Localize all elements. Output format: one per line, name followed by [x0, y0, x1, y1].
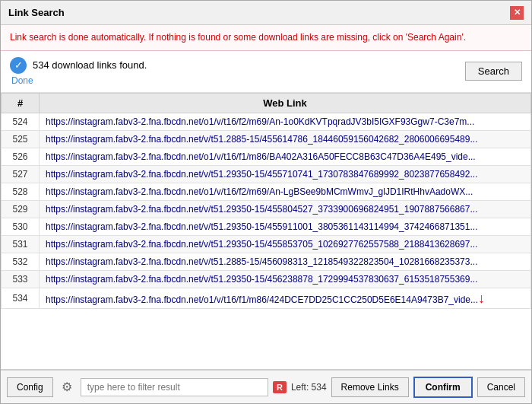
done-label: Done	[11, 75, 33, 86]
table-row[interactable]: 531https://instagram.fabv3-2.fna.fbcdn.n…	[2, 235, 531, 253]
close-button[interactable]: ✕	[510, 6, 524, 20]
table-row[interactable]: 534https://instagram.fabv3-2.fna.fbcdn.n…	[2, 288, 531, 308]
table-row[interactable]: 528https://instagram.fabv3-2.fna.fbcdn.n…	[2, 183, 531, 200]
col-header-num: #	[2, 93, 40, 113]
row-url: https://instagram.fabv3-2.fna.fbcdn.net/…	[40, 113, 531, 130]
bottom-bar: Config ⚙ R Left: 534 Remove Links Confir…	[1, 370, 531, 403]
row-num: 524	[2, 113, 40, 130]
cancel-button[interactable]: Cancel	[477, 377, 525, 397]
search-button[interactable]: Search	[465, 62, 522, 81]
status-left: ✓ 534 download links found. Done	[10, 57, 147, 86]
row-num: 534	[2, 288, 40, 308]
links-found-text: 534 download links found.	[33, 59, 147, 71]
table-row[interactable]: 525https://instagram.fabv3-2.fna.fbcdn.n…	[2, 130, 531, 148]
row-num: 527	[2, 165, 40, 183]
table-row[interactable]: 527https://instagram.fabv3-2.fna.fbcdn.n…	[2, 165, 531, 183]
table-row[interactable]: 524https://instagram.fabv3-2.fna.fbcdn.n…	[2, 113, 531, 130]
row-num: 526	[2, 148, 40, 165]
dialog-title: Link Search	[8, 7, 65, 18]
table-header-row: # Web Link	[2, 93, 531, 113]
check-icon: ✓	[10, 57, 27, 74]
info-bar: Link search is done automatically. If no…	[1, 25, 531, 51]
r-badge: R	[273, 381, 287, 393]
left-count: Left: 534	[291, 382, 327, 393]
config-button[interactable]: Config	[7, 377, 53, 397]
row-num: 530	[2, 218, 40, 235]
info-message: Link search is done automatically. If no…	[10, 32, 466, 43]
table-row[interactable]: 532https://instagram.fabv3-2.fna.fbcdn.n…	[2, 253, 531, 270]
links-table: # Web Link 524https://instagram.fabv3-2.…	[1, 93, 531, 309]
row-num: 529	[2, 200, 40, 218]
gear-icon: ⚙	[58, 378, 76, 396]
confirm-button[interactable]: Confirm	[413, 377, 473, 398]
row-url: https://instagram.fabv3-2.fna.fbcdn.net/…	[40, 148, 531, 165]
status-inline: ✓ 534 download links found.	[10, 57, 147, 74]
filter-input[interactable]	[81, 378, 268, 396]
row-url: https://instagram.fabv3-2.fna.fbcdn.net/…	[40, 253, 531, 270]
row-url: https://instagram.fabv3-2.fna.fbcdn.net/…	[40, 130, 531, 148]
row-num: 533	[2, 270, 40, 288]
table-row[interactable]: 526https://instagram.fabv3-2.fna.fbcdn.n…	[2, 148, 531, 165]
table-row[interactable]: 529https://instagram.fabv3-2.fna.fbcdn.n…	[2, 200, 531, 218]
row-url: https://instagram.fabv3-2.fna.fbcdn.net/…	[40, 218, 531, 235]
down-arrow-icon: ↓	[478, 291, 485, 305]
row-url: https://instagram.fabv3-2.fna.fbcdn.net/…	[40, 288, 531, 308]
row-num: 531	[2, 235, 40, 253]
row-num: 525	[2, 130, 40, 148]
row-url: https://instagram.fabv3-2.fna.fbcdn.net/…	[40, 183, 531, 200]
link-search-dialog: Link Search ✕ Link search is done automa…	[0, 0, 532, 404]
table-row[interactable]: 530https://instagram.fabv3-2.fna.fbcdn.n…	[2, 218, 531, 235]
row-url: https://instagram.fabv3-2.fna.fbcdn.net/…	[40, 200, 531, 218]
row-url: https://instagram.fabv3-2.fna.fbcdn.net/…	[40, 270, 531, 288]
remove-links-button[interactable]: Remove Links	[331, 377, 409, 397]
row-num: 528	[2, 183, 40, 200]
title-bar: Link Search ✕	[1, 1, 531, 25]
row-url: https://instagram.fabv3-2.fna.fbcdn.net/…	[40, 235, 531, 253]
row-num: 532	[2, 253, 40, 270]
status-row: ✓ 534 download links found. Done Search	[1, 51, 531, 93]
row-url: https://instagram.fabv3-2.fna.fbcdn.net/…	[40, 165, 531, 183]
col-header-url: Web Link	[40, 93, 531, 113]
links-table-container[interactable]: # Web Link 524https://instagram.fabv3-2.…	[1, 93, 531, 370]
table-row[interactable]: 533https://instagram.fabv3-2.fna.fbcdn.n…	[2, 270, 531, 288]
